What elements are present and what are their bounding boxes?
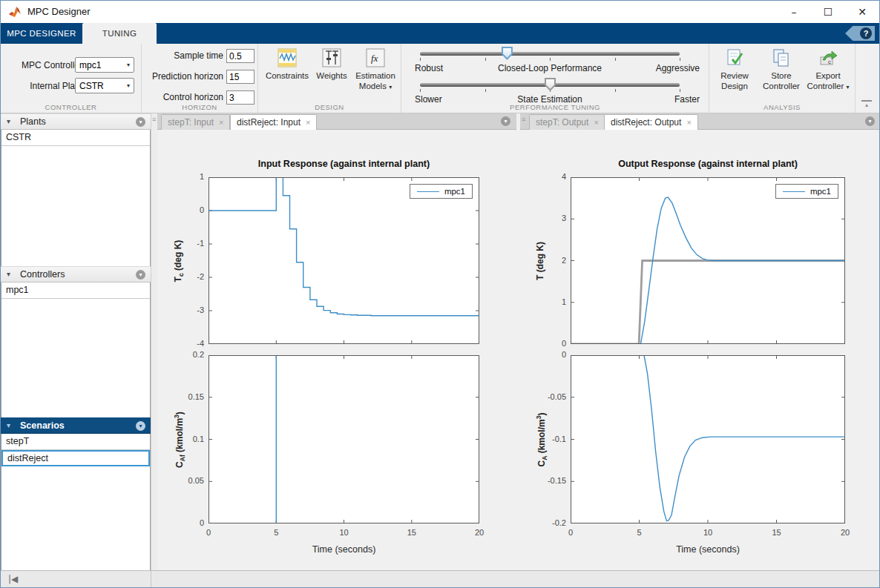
tab-tuning[interactable]: TUNING (82, 23, 157, 44)
tab-overflow-menu-icon[interactable]: ▾ (501, 116, 510, 126)
collapse-ribbon-button[interactable]: ▴ (861, 100, 872, 108)
x-tick-label: 15 (401, 528, 423, 537)
close-icon[interactable]: × (306, 118, 310, 127)
export-controller-icon: c (818, 48, 838, 67)
collapse-sidebar-button[interactable]: |◀ (8, 574, 18, 584)
mpc-designer-window: MPC Designer – ☐ ✕ MPC DESIGNER TUNING ?… (0, 0, 880, 588)
store-controller-label-1: Store (757, 70, 806, 81)
doc-tab-distreject-input[interactable]: distReject: Input× (230, 114, 317, 130)
chevron-down-icon: ▾ (389, 84, 392, 90)
close-icon[interactable]: × (594, 118, 598, 127)
doc-tab-stept-output[interactable]: stepT: Output× (529, 114, 605, 130)
legend-entry-mpc1: mpc1 (810, 187, 831, 196)
plant-item-cstr[interactable]: CSTR (1, 130, 150, 146)
sample-time-input[interactable] (226, 49, 255, 63)
prediction-horizon-label: Prediction horizon (142, 71, 223, 82)
plants-panel-menu-icon[interactable]: ▾ (136, 117, 145, 127)
estimation-models-label-2: Models (359, 82, 387, 90)
x-tick-label: 5 (628, 528, 651, 537)
output-response-t-axes: Output Response (against internal plant)… (571, 177, 845, 344)
collapse-triangle-icon[interactable]: ▾ (7, 270, 10, 278)
x-tick-label: 20 (468, 528, 490, 537)
review-design-label-1: Review (714, 70, 755, 81)
constraints-icon (278, 48, 297, 67)
dock-grip-icon[interactable]: ≡ (522, 116, 525, 123)
collapse-triangle-icon[interactable]: ▾ (7, 421, 10, 429)
plants-panel-header[interactable]: ▾ Plants ▾ (1, 113, 151, 130)
svg-text:c: c (828, 59, 831, 65)
controllers-panel-menu-icon[interactable]: ▾ (136, 270, 145, 280)
axes-canvas (208, 177, 479, 344)
scenarios-panel-header[interactable]: ▾ Scenarios ▾ (1, 417, 151, 434)
scenarios-panel-title: Scenarios (20, 420, 65, 431)
input-response-figure: Input Response (against internal plant) … (157, 130, 516, 570)
export-controller-button[interactable]: c Export Controller ▾ (803, 48, 853, 93)
mpc-controller-value: mpc1 (79, 60, 101, 70)
weights-icon (322, 48, 341, 67)
section-label-analysis: ANALYSIS (709, 103, 855, 111)
status-bar-divider (151, 571, 151, 588)
chevron-down-icon: ▾ (847, 84, 850, 90)
help-icon: ? (860, 27, 872, 39)
chevron-down-icon: ▾ (127, 62, 130, 68)
matlab-logo-icon (8, 5, 22, 19)
doc-tab-label: stepT: Output (536, 117, 588, 128)
slider1-right-label: Aggressive (656, 63, 700, 73)
section-label-horizon: HORIZON (142, 103, 257, 111)
mpc-controller-dropdown[interactable]: mpc1 ▾ (75, 57, 134, 73)
x-tick-label: 15 (766, 528, 788, 537)
controller-item-mpc1[interactable]: mpc1 (1, 283, 150, 299)
prediction-horizon-input[interactable] (226, 70, 255, 84)
minimize-button[interactable]: – (777, 1, 811, 23)
section-performance-tuning: Robust Closed-Loop Performance Aggressiv… (401, 44, 709, 113)
ribbon-tab-strip: MPC DESIGNER TUNING ? (1, 23, 879, 44)
doc-tab-distreject-output[interactable]: distReject: Output× (604, 114, 698, 130)
axes-canvas (208, 355, 479, 523)
title-bar: MPC Designer – ☐ ✕ (1, 1, 879, 23)
store-controller-button[interactable]: Store Controller (757, 48, 806, 91)
help-button[interactable]: ? (845, 26, 875, 41)
closed-loop-performance-slider[interactable] (420, 52, 680, 56)
output-response-title: Output Response (against internal plant) (618, 159, 798, 169)
state-estimation-slider-thumb[interactable] (545, 78, 556, 91)
slider1-left-label: Robust (415, 63, 443, 73)
ribbon-toolbar: MPC Controller mpc1 ▾ Internal Plant CST… (1, 44, 879, 113)
doc-tab-stept-input[interactable]: stepT: Input× (161, 114, 230, 130)
doc-tab-label: distReject: Output (611, 117, 681, 128)
internal-plant-dropdown[interactable]: CSTR ▾ (75, 78, 134, 93)
legend: mpc1 (775, 184, 838, 199)
scenarios-list: stepT distReject (1, 434, 151, 570)
svg-text:fx: fx (371, 53, 378, 64)
sample-time-label: Sample time (142, 50, 223, 61)
close-icon[interactable]: × (219, 118, 223, 127)
weights-button[interactable]: Weights (313, 48, 350, 81)
collapse-triangle-icon[interactable]: ▾ (7, 117, 10, 125)
left-doc-tab-bar: stepT: Input× distReject: Input× ▾ (157, 113, 516, 130)
slider1-center-label: Closed-Loop Performance (498, 63, 602, 73)
close-icon[interactable]: × (686, 118, 691, 127)
sidebar-splitter[interactable]: ≡ (151, 113, 157, 570)
state-estimation-slider[interactable] (420, 83, 680, 87)
store-controller-icon (772, 48, 791, 67)
input-response-document-group: stepT: Input× distReject: Input× ▾ Input… (157, 113, 516, 570)
scenarios-panel-menu-icon[interactable]: ▾ (136, 421, 145, 431)
input-response-title: Input Response (against internal plant) (258, 159, 430, 169)
closed-loop-performance-slider-thumb[interactable] (502, 47, 513, 60)
controllers-panel-header[interactable]: ▾ Controllers ▾ (1, 266, 151, 283)
maximize-button[interactable]: ☐ (811, 1, 845, 23)
y-axis-label: CA (kmol/m3) (534, 355, 548, 523)
estimation-models-button[interactable]: fx Estimation Models ▾ (352, 48, 399, 93)
plants-panel-title: Plants (20, 116, 46, 127)
review-design-button[interactable]: Review Design (714, 48, 755, 91)
tab-mpc-designer[interactable]: MPC DESIGNER (1, 23, 82, 44)
tab-overflow-menu-icon[interactable]: ▾ (865, 116, 875, 126)
scenario-item-distreject[interactable]: distReject (1, 450, 150, 466)
constraints-button[interactable]: Constraints (263, 48, 312, 81)
scenario-item-stept[interactable]: stepT (1, 434, 150, 450)
window-title: MPC Designer (27, 6, 91, 17)
export-controller-label-2: Controller (807, 82, 844, 90)
weights-label: Weights (313, 70, 350, 81)
close-button[interactable]: ✕ (845, 1, 879, 23)
splitter-grip-icon: ≡ (152, 116, 156, 123)
legend-entry-mpc1: mpc1 (444, 187, 465, 196)
